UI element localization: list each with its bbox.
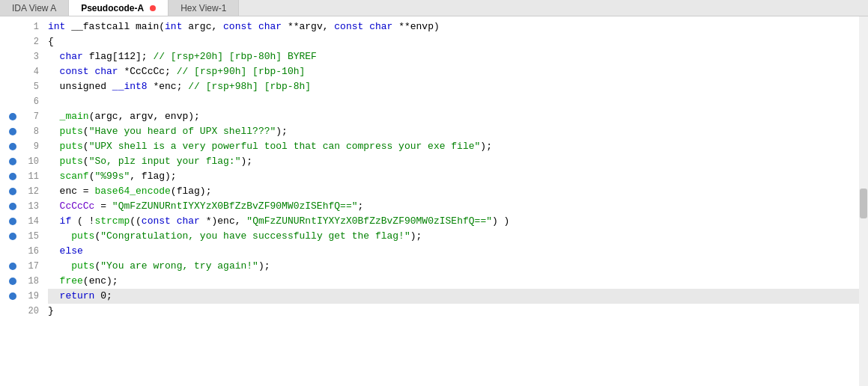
tab-bar: IDA View A Pseudocode-A Hex View-1: [0, 0, 868, 16]
code-token: ( !: [71, 215, 94, 227]
line-number: 8: [19, 124, 39, 139]
code-token: [48, 215, 60, 227]
code-token: [363, 21, 369, 32]
line-number: 9: [19, 139, 39, 154]
breakpoint-cell: [6, 214, 19, 229]
breakpoint-dot: [9, 203, 16, 210]
code-token: // [rsp+98h] [rbp-8h]: [188, 81, 311, 92]
code-token: CcCcCc: [60, 200, 95, 212]
breakpoint-dot: [9, 233, 16, 240]
code-token: const: [142, 215, 171, 227]
code-token: puts: [60, 156, 83, 167]
breakpoint-dot: [9, 218, 16, 225]
breakpoint-cell: [6, 19, 19, 34]
code-token: {: [48, 36, 54, 47]
tab-ida-label: IDA View A: [12, 3, 56, 13]
code-token: [48, 111, 60, 122]
line-number: 10: [19, 154, 39, 169]
code-token: );: [258, 260, 270, 272]
breakpoint-dot: [9, 143, 16, 150]
breakpoint-cell: [6, 64, 19, 79]
code-token: if: [60, 215, 72, 227]
code-token: char: [177, 215, 200, 227]
code-token: *)enc,: [200, 215, 246, 227]
code-token: *enc;: [148, 81, 189, 92]
code-line: int __fastcall main(int argc, const char…: [48, 19, 859, 34]
breakpoint-cell: [6, 139, 19, 154]
code-token: int: [48, 21, 65, 32]
code-token: puts: [60, 126, 83, 137]
code-token: ((: [130, 215, 142, 227]
breakpoint-cell: [6, 274, 19, 289]
code-line: enc = base64_encode(flag);: [48, 184, 859, 199]
code-line: scanf("%99s", flag);: [48, 169, 859, 184]
code-line: puts("So, plz input your flag:");: [48, 154, 859, 169]
breakpoint-cell: [6, 124, 19, 139]
code-token: (flag);: [171, 186, 212, 197]
code-line: puts("Congratulation, you have successfu…: [48, 229, 859, 244]
code-line: {: [48, 34, 859, 49]
code-line: [48, 94, 859, 109]
code-token: [48, 260, 71, 272]
code-token: ) ): [492, 215, 509, 227]
tab-pseudo-label: Pseudocode-A: [81, 3, 144, 13]
breakpoint-dot: [9, 128, 16, 135]
code-token: "%99s": [94, 171, 130, 182]
breakpoint-dot: [9, 158, 16, 165]
line-number: 12: [19, 184, 39, 199]
code-token: "You are wrong, try again!": [100, 260, 258, 272]
code-token: [48, 171, 60, 182]
line-number: 7: [19, 109, 39, 124]
tab-hex-view[interactable]: Hex View-1: [169, 0, 239, 16]
code-token: char: [94, 66, 118, 77]
code-token: "UPX shell is a very powerful tool that …: [89, 141, 481, 152]
line-number: 2: [19, 34, 39, 49]
scrollbar[interactable]: [859, 16, 868, 386]
code-token: int: [165, 21, 182, 32]
line-number: 5: [19, 79, 39, 94]
breakpoint-cell: [6, 184, 19, 199]
breakpoint-cell: [6, 229, 19, 244]
breakpoint-cell: [6, 154, 19, 169]
line-numbers-column: 1234567891011121314151617181920: [19, 16, 43, 386]
code-token: flag[112];: [83, 51, 154, 62]
breakpoint-cell: [6, 169, 19, 184]
breakpoint-cell: [6, 109, 19, 124]
code-token: puts: [71, 260, 94, 272]
breakpoint-cell: [6, 244, 19, 259]
code-token: "Have you heard of UPX shell???": [89, 126, 276, 137]
code-token: [48, 230, 71, 242]
breakpoint-dot: [9, 292, 16, 300]
breakpoint-cell: [6, 304, 19, 319]
code-token: (: [83, 156, 89, 167]
code-token: );: [240, 156, 252, 167]
code-token: _main: [60, 111, 89, 122]
tab-ida-view[interactable]: IDA View A: [0, 0, 69, 16]
breakpoint-cell: [6, 259, 19, 274]
line-number: 18: [19, 274, 39, 289]
code-token: char: [60, 51, 83, 62]
code-token: [252, 21, 258, 32]
code-token: enc =: [48, 186, 94, 197]
breakpoint-dot: [9, 278, 16, 285]
code-token: char: [369, 21, 392, 32]
tab-pseudocode[interactable]: Pseudocode-A: [69, 0, 169, 16]
code-line: puts("You are wrong, try again!");: [48, 259, 859, 274]
code-token: char: [258, 21, 282, 32]
code-token: // [rsp+90h] [rbp-10h]: [177, 66, 306, 77]
code-token: __fastcall main(: [65, 21, 165, 32]
breakpoint-cell: [6, 289, 19, 304]
code-token: [48, 66, 60, 77]
line-number: 13: [19, 199, 39, 214]
code-token: free: [60, 275, 83, 287]
tab-close-dot[interactable]: [150, 5, 156, 11]
code-line: unsigned __int8 *enc; // [rsp+98h] [rbp-…: [48, 79, 859, 94]
code-token: unsigned: [48, 81, 112, 92]
line-number: 19: [19, 289, 39, 304]
code-token: else: [60, 245, 83, 257]
code-line: if ( !strcmp((const char *)enc, "QmFzZUN…: [48, 214, 859, 229]
code-token: [48, 200, 60, 212]
line-number: 14: [19, 214, 39, 229]
scrollbar-thumb[interactable]: [860, 189, 867, 218]
code-token: [48, 156, 60, 167]
